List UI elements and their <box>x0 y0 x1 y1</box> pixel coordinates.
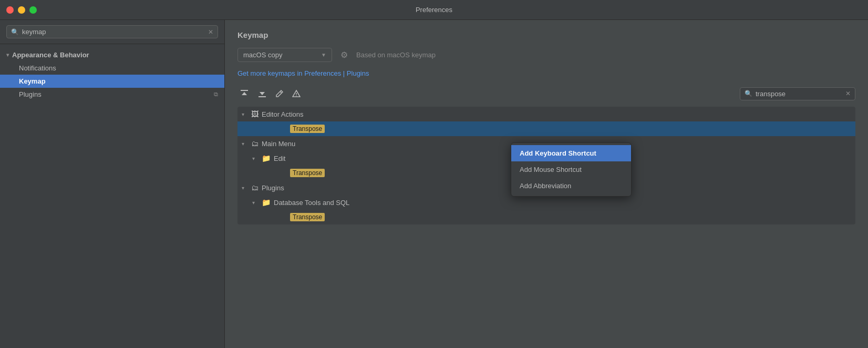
sidebar-search-input[interactable] <box>22 28 205 36</box>
chevron-down-icon: ▾ <box>6 52 9 58</box>
edit-icon <box>275 89 284 98</box>
window-title: Preferences <box>416 6 452 14</box>
collapse-all-icon <box>257 89 267 98</box>
window-controls <box>6 6 37 14</box>
warning-icon <box>292 89 301 98</box>
search-bar: 🔍 ✕ <box>0 20 224 44</box>
tree-item-label: Main Menu <box>262 140 295 148</box>
tree-row[interactable]: Transpose <box>237 121 855 136</box>
chevron-down-icon: ▾ <box>242 185 248 191</box>
chevron-down-icon: ▾ <box>242 141 248 147</box>
content-area: Keymap macOS copy ▼ ⚙ Based on macOS key… <box>225 20 868 348</box>
tree-row[interactable]: ▾ 📁 Database Tools and SQL <box>237 195 855 210</box>
folder-icon: 📁 <box>262 198 271 207</box>
gear-icon[interactable]: ⚙ <box>338 48 350 62</box>
warning-icon[interactable] <box>290 87 303 100</box>
context-menu: Add Keyboard Shortcut Add Mouse Shortcut… <box>511 142 632 197</box>
search-icon: 🔍 <box>11 28 19 36</box>
based-on-text: Based on macOS keymap <box>356 51 436 59</box>
tree-item-label: Edit <box>274 155 285 162</box>
minimize-button[interactable] <box>18 6 25 14</box>
svg-rect-1 <box>259 96 266 97</box>
align-bottom-button[interactable] <box>255 87 269 100</box>
keymap-selector-row: macOS copy ▼ ⚙ Based on macOS keymap <box>237 48 855 62</box>
main-layout: 🔍 ✕ ▾ Appearance & Behavior Notification… <box>0 20 868 348</box>
edit-shortcut-button[interactable] <box>273 87 286 100</box>
chevron-down-icon: ▼ <box>321 52 326 58</box>
tree-item-label: Plugins <box>262 184 284 192</box>
svg-line-2 <box>280 91 282 93</box>
align-top-button[interactable] <box>237 87 251 100</box>
folder-icon: 🗂 <box>251 139 259 148</box>
copy-icon: ⧉ <box>214 91 218 98</box>
tree-row[interactable]: Transpose <box>237 210 855 224</box>
keymap-search-clear[interactable]: ✕ <box>845 90 851 97</box>
sidebar-item-plugins[interactable]: Plugins ⧉ <box>0 88 224 101</box>
context-menu-item-add-mouse[interactable]: Add Mouse Shortcut <box>511 161 631 178</box>
tree-item-label: Database Tools and SQL <box>274 199 349 207</box>
toolbar: 🔍 ✕ <box>237 87 855 100</box>
sidebar-search-clear[interactable]: ✕ <box>208 28 213 36</box>
folder-icon: 📁 <box>262 154 271 162</box>
tree-row[interactable]: ▾ 🖼 Editor Actions <box>237 107 855 121</box>
keymap-dropdown[interactable]: macOS copy ▼ <box>237 48 332 62</box>
sidebar-item-keymap[interactable]: Keymap <box>0 75 224 88</box>
nav-group-appearance-behavior[interactable]: ▾ Appearance & Behavior <box>0 48 224 62</box>
sidebar-nav: ▾ Appearance & Behavior Notifications Ke… <box>0 44 224 348</box>
close-button[interactable] <box>6 6 14 14</box>
context-menu-item-add-keyboard[interactable]: Add Keyboard Shortcut <box>511 145 631 161</box>
context-menu-item-add-abbreviation[interactable]: Add Abbreviation <box>511 178 631 194</box>
transpose-badge-2: Transpose <box>290 169 325 177</box>
chevron-down-icon: ▾ <box>252 200 259 206</box>
svg-rect-0 <box>241 90 248 91</box>
svg-point-4 <box>296 95 297 96</box>
search-icon: 🔍 <box>745 90 752 97</box>
chevron-down-icon: ▾ <box>252 156 259 161</box>
page-title: Keymap <box>237 30 855 39</box>
maximize-button[interactable] <box>29 6 37 14</box>
expand-all-icon <box>240 89 249 98</box>
transpose-badge-1: Transpose <box>290 125 325 133</box>
keymap-search-wrapper: 🔍 ✕ <box>740 87 855 100</box>
folder-icon: 🖼 <box>251 110 259 118</box>
sidebar-item-notifications[interactable]: Notifications <box>0 62 224 75</box>
chevron-down-icon: ▾ <box>242 111 248 117</box>
sidebar: 🔍 ✕ ▾ Appearance & Behavior Notification… <box>0 20 225 348</box>
keymap-tree: ▾ 🖼 Editor Actions Transpose Add Keyboar… <box>237 107 855 224</box>
transpose-badge-3: Transpose <box>290 213 325 221</box>
tree-item-label: Editor Actions <box>262 110 304 118</box>
get-more-keymaps-link[interactable]: Get more keymaps in Preferences | Plugin… <box>237 69 855 77</box>
search-wrapper: 🔍 ✕ <box>6 25 218 38</box>
nav-group-label: Appearance & Behavior <box>12 51 89 59</box>
folder-icon: 🗂 <box>251 183 259 192</box>
keymap-search-input[interactable] <box>756 90 842 98</box>
keymap-dropdown-label: macOS copy <box>243 51 317 59</box>
title-bar: Preferences <box>0 0 868 20</box>
